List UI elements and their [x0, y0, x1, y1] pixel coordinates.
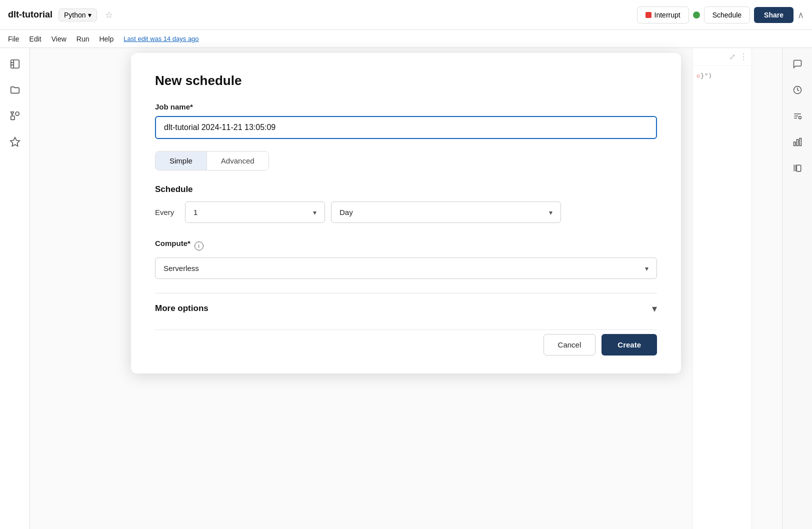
compute-info-icon[interactable]: i: [194, 242, 204, 250]
compute-value: Serverless: [164, 264, 199, 272]
interval-unit-value: Day: [340, 208, 353, 216]
menubar: File Edit View Run Help Last edit was 14…: [0, 30, 812, 48]
sidebar-icon-shapes[interactable]: [7, 108, 23, 124]
topbar: dlt-tutorial Python ▾ ☆ Interrupt Schedu…: [0, 0, 812, 30]
interrupt-dot-icon: [646, 12, 652, 18]
cancel-button[interactable]: Cancel: [544, 334, 596, 356]
job-name-label: Job name*: [155, 102, 657, 111]
schedule-button[interactable]: Schedule: [704, 6, 750, 24]
interval-unit-select[interactable]: Day ▾: [331, 202, 561, 223]
compute-chevron-icon: ▾: [645, 264, 648, 272]
sidebar-icon-variable[interactable]: [790, 108, 806, 124]
content-area: ⤢ ⋮ e}") New schedule Job name* Simple A…: [30, 48, 782, 529]
modal-title: New schedule: [155, 73, 657, 88]
svg-point-5: [15, 112, 18, 116]
job-name-input[interactable]: [155, 116, 657, 139]
schedule-tab-group: Simple Advanced: [155, 151, 269, 170]
interval-value: 1: [194, 208, 198, 216]
more-options-chevron-icon: ▾: [652, 302, 657, 314]
schedule-row: Every 1 ▾ Day ▾: [155, 202, 657, 223]
every-label: Every: [155, 208, 179, 216]
more-options-label: More options: [155, 304, 208, 314]
language-selector[interactable]: Python ▾: [58, 8, 97, 22]
menu-file[interactable]: File: [8, 35, 20, 43]
more-options-row[interactable]: More options ▾: [155, 293, 657, 324]
sidebar-icon-chat[interactable]: [790, 56, 806, 72]
svg-rect-0: [10, 60, 19, 68]
tab-simple[interactable]: Simple: [156, 152, 207, 170]
schedule-section-label: Schedule: [155, 184, 657, 194]
sidebar-icon-library[interactable]: [790, 160, 806, 176]
tab-advanced[interactable]: Advanced: [207, 152, 268, 170]
sidebar-icon-folder[interactable]: [7, 82, 23, 98]
kernel-status-icon[interactable]: [693, 12, 700, 18]
interval-select[interactable]: 1 ▾: [185, 202, 325, 223]
interval-chevron-icon: ▾: [313, 208, 316, 216]
app-title: dlt-tutorial: [8, 10, 52, 20]
compute-label-row: Compute* i: [155, 239, 657, 252]
menu-edit[interactable]: Edit: [30, 35, 42, 43]
collapse-icon[interactable]: ∧: [798, 10, 804, 20]
modal-backdrop: New schedule Job name* Simple Advanced S…: [30, 48, 782, 529]
compute-row: Compute* i Serverless ▾: [155, 239, 657, 279]
last-edit-status: Last edit was 14 days ago: [124, 35, 198, 42]
svg-rect-11: [796, 140, 798, 146]
unit-chevron-icon: ▾: [549, 208, 552, 216]
share-button[interactable]: Share: [754, 7, 794, 23]
svg-marker-7: [10, 138, 19, 146]
favorite-icon[interactable]: ☆: [105, 10, 113, 20]
svg-marker-6: [10, 112, 14, 115]
sidebar-icon-star[interactable]: [7, 134, 23, 150]
menu-view[interactable]: View: [52, 35, 66, 43]
svg-rect-12: [800, 138, 801, 146]
sidebar-icon-history[interactable]: [790, 82, 806, 98]
svg-rect-10: [794, 142, 795, 146]
menu-run[interactable]: Run: [76, 35, 90, 43]
menu-help[interactable]: Help: [99, 35, 114, 43]
svg-rect-15: [796, 165, 800, 172]
create-button[interactable]: Create: [602, 334, 657, 356]
topbar-actions: Interrupt Schedule Share ∧: [637, 6, 804, 24]
compute-select[interactable]: Serverless ▾: [155, 258, 657, 279]
modal-footer: Cancel Create: [155, 330, 657, 356]
sidebar-icon-chart[interactable]: [790, 134, 806, 150]
right-sidebar: [782, 48, 812, 529]
compute-label: Compute*: [155, 239, 190, 248]
svg-rect-4: [10, 116, 14, 120]
new-schedule-modal: New schedule Job name* Simple Advanced S…: [131, 53, 681, 374]
svg-point-9: [798, 116, 801, 119]
main-layout: ⤢ ⋮ e}") New schedule Job name* Simple A…: [0, 48, 812, 529]
left-sidebar: [0, 48, 30, 529]
interrupt-button[interactable]: Interrupt: [637, 6, 689, 24]
sidebar-icon-notebook[interactable]: [7, 56, 23, 72]
